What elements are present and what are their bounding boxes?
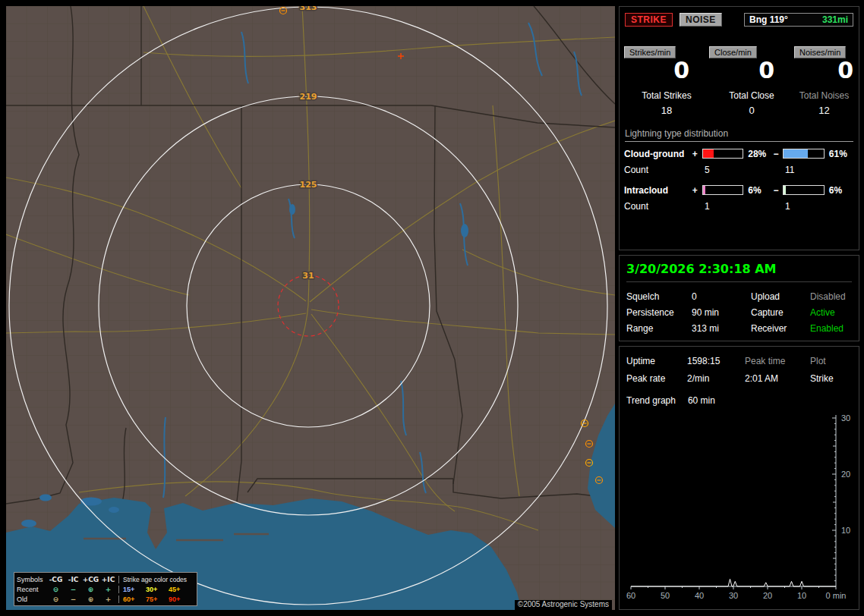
- bearing-value: Bng 119°: [749, 14, 788, 25]
- circle-minus-icon: ⊖: [47, 586, 65, 593]
- totals: Total Strikes 18 Total Close 0 Total Noi…: [624, 90, 854, 116]
- age-code: 90+: [169, 596, 191, 603]
- copyright-text: ©2005 Astrogenic Systems: [515, 600, 612, 610]
- receiver-label: Receiver: [751, 323, 810, 334]
- trend-chart-svg: 3020106050403020100 min: [626, 410, 856, 605]
- uptime-grid: Uptime 1598:15 Peak time Plot Peak rate …: [626, 356, 852, 384]
- intracloud-plus-bar: [702, 185, 744, 195]
- uptime-label: Uptime: [626, 356, 687, 366]
- capture-label: Capture: [751, 307, 810, 318]
- peak-time-value: 2:01 AM: [745, 373, 810, 384]
- squelch-label: Squelch: [626, 291, 692, 302]
- total-noises-label: Total Noises: [794, 90, 854, 101]
- svg-text:50: 50: [661, 591, 670, 600]
- sidebar: STRIKE NOISE Bng 119° 331mi Strikes/min …: [619, 0, 859, 616]
- minus-icon: −: [65, 586, 82, 593]
- trend-graph-row: Trend graph 60 min: [626, 395, 852, 406]
- strikes-per-min: Strikes/min 0: [624, 45, 709, 83]
- lightning-map[interactable]: 31125219313: [6, 6, 615, 610]
- range-value: 313 mi: [692, 323, 751, 334]
- plot-label: Plot: [810, 356, 852, 366]
- total-noises-value: 12: [794, 105, 854, 116]
- app-window: 31125219313 Symbols -CG -IC +CG +IC Stri…: [0, 0, 864, 616]
- legend-old-label: Old: [17, 596, 47, 603]
- total-close-label: Total Close: [709, 90, 794, 101]
- plus-sign: +: [692, 185, 702, 196]
- total-strikes-label: Total Strikes: [624, 90, 709, 101]
- upload-label: Upload: [751, 291, 810, 302]
- trend-graph-label: Trend graph: [626, 395, 676, 406]
- minus-sign: −: [773, 185, 783, 196]
- close-per-min-value: 0: [709, 58, 774, 83]
- legend-recent-label: Recent: [17, 586, 47, 593]
- uptime-value: 1598:15: [687, 356, 745, 366]
- plus-icon: +: [99, 586, 117, 593]
- intracloud-plus-pct: 6%: [748, 185, 773, 196]
- age-code: 60+: [123, 596, 146, 603]
- cloud-ground-minus-pct: 61%: [829, 149, 854, 159]
- legend-col-pos-ic: +IC: [99, 576, 117, 583]
- mode-button-row: STRIKE NOISE Bng 119° 331mi: [625, 13, 853, 27]
- legend-col-pos-cg: +CG: [82, 576, 99, 583]
- total-strikes: Total Strikes 18: [624, 90, 709, 116]
- cloud-ground-plus-pct: 28%: [748, 149, 773, 159]
- receiver-value: Enabled: [810, 323, 852, 334]
- noises-per-min: Noises/min 0: [794, 45, 854, 83]
- total-noises: Total Noises 12: [794, 90, 854, 116]
- strikes-per-min-button[interactable]: Strikes/min: [624, 46, 676, 58]
- strikes-per-min-value: 0: [624, 58, 689, 83]
- bearing-readout: Bng 119° 331mi: [744, 13, 853, 27]
- total-close-value: 0: [709, 105, 794, 116]
- legend-col-neg-ic: -IC: [65, 576, 82, 583]
- legend-symbols-title: Symbols: [17, 576, 47, 583]
- persistence-label: Persistence: [626, 307, 692, 318]
- legend-old-ages: 60+75+90+: [118, 596, 194, 603]
- bearing-range-value: 331mi: [822, 14, 848, 25]
- age-code: 75+: [146, 596, 169, 603]
- svg-text:30: 30: [841, 413, 850, 423]
- cloud-ground-minus-count: 11: [785, 165, 794, 175]
- intracloud-minus-count: 1: [785, 201, 790, 212]
- plus-icon: +: [99, 596, 117, 603]
- svg-text:0 min: 0 min: [826, 591, 847, 600]
- strike-mode-button[interactable]: STRIKE: [625, 13, 673, 27]
- close-per-min-button[interactable]: Close/min: [709, 46, 757, 58]
- age-code: 15+: [123, 586, 146, 593]
- cloud-ground-count-row: Count 5 11: [624, 165, 854, 175]
- noise-mode-button[interactable]: NOISE: [680, 13, 722, 27]
- peak-time-label: Peak time: [745, 356, 810, 366]
- ring-label-313: 313: [300, 6, 317, 12]
- svg-text:10: 10: [841, 526, 850, 535]
- circle-plus-icon: ⊕: [82, 586, 99, 593]
- upload-value: Disabled: [810, 291, 852, 302]
- clock-timestamp: 3/20/2026 2:30:18 AM: [626, 261, 852, 282]
- plot-value: Strike: [810, 373, 852, 384]
- distribution-title: Lightning type distribution: [625, 128, 853, 142]
- close-per-min: Close/min 0: [709, 45, 794, 83]
- peak-rate-label: Peak rate: [626, 373, 687, 384]
- intracloud-minus-pct: 6%: [829, 185, 854, 196]
- age-code: 30+: [146, 586, 169, 593]
- peak-rate-value: 2/min: [687, 373, 745, 384]
- strike-stats-panel: STRIKE NOISE Bng 119° 331mi Strikes/min …: [619, 6, 859, 250]
- noises-per-min-value: 0: [794, 58, 853, 83]
- squelch-value: 0: [692, 291, 751, 302]
- cloud-ground-plus-count: 5: [705, 165, 785, 175]
- svg-text:10: 10: [797, 591, 806, 600]
- minus-icon: −: [65, 596, 82, 603]
- intracloud-plus-count: 1: [705, 201, 785, 212]
- legend-old-row: Old ⊖ − ⊕ + 60+75+90+: [17, 594, 194, 604]
- intracloud-row: Intracloud + 6% − 6%: [624, 185, 854, 196]
- intracloud-label: Intracloud: [624, 185, 692, 196]
- total-close: Total Close 0: [709, 90, 794, 116]
- trend-chart: 3020106050403020100 min: [626, 410, 852, 605]
- receiver-status-panel: 3/20/2026 2:30:18 AM Squelch 0 Upload Di…: [619, 255, 859, 341]
- trend-panel: Uptime 1598:15 Peak time Plot Peak rate …: [619, 346, 859, 610]
- plus-sign: +: [692, 149, 702, 159]
- trend-window-value: 60 min: [688, 395, 715, 406]
- minus-sign: −: [773, 149, 783, 159]
- ring-label-125: 125: [300, 180, 317, 190]
- legend-recent-row: Recent ⊖ − ⊕ + 15+30+45+: [17, 584, 194, 594]
- intracloud-minus-bar: [783, 185, 825, 195]
- cloud-ground-plus-bar: [702, 149, 744, 159]
